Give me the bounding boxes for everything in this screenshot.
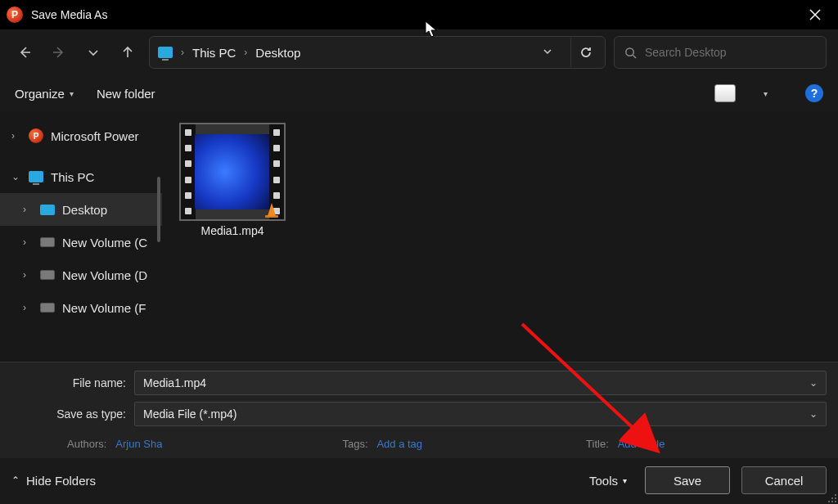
file-name: Media1.mp4 — [200, 224, 264, 237]
address-dropdown[interactable] — [536, 45, 559, 60]
organize-menu[interactable]: Organize ▾ — [15, 87, 74, 101]
authors-label: Authors: — [67, 438, 106, 450]
back-button[interactable] — [11, 39, 38, 65]
address-bar[interactable]: › This PC › Desktop — [149, 36, 606, 69]
hide-folders-toggle[interactable]: ⌃ Hide Folders — [11, 474, 96, 488]
cancel-button[interactable]: Cancel — [741, 466, 827, 494]
arrow-left-icon — [18, 46, 31, 59]
forward-button[interactable] — [46, 39, 72, 65]
expand-icon[interactable]: › — [23, 302, 33, 313]
file-thumbnail — [179, 123, 286, 221]
search-icon — [624, 47, 637, 59]
filename-label: File name: — [11, 376, 126, 389]
svg-point-0 — [626, 47, 633, 55]
filename-input[interactable]: Media1.mp4 ⌄ — [134, 371, 827, 395]
powerpoint-icon: P — [7, 7, 23, 23]
drive-icon — [40, 303, 55, 313]
recent-locations-button[interactable] — [80, 39, 106, 65]
tags-value[interactable]: Add a tag — [376, 438, 422, 450]
toolbar: Organize ▾ New folder ▾ ? — [0, 75, 838, 111]
sidebar-item-powerpoint[interactable]: › P Microsoft Power — [0, 119, 162, 152]
close-button[interactable] — [797, 0, 833, 29]
chevron-down-icon: ▾ — [70, 89, 74, 98]
chevron-down-icon — [87, 46, 100, 59]
savetype-value: Media File (*.mp4) — [143, 407, 237, 421]
expand-icon[interactable]: › — [23, 236, 33, 248]
chevron-up-icon: ⌃ — [11, 475, 20, 486]
resize-grip[interactable] — [827, 493, 838, 504]
sidebar-item-label: New Volume (C — [62, 236, 147, 250]
breadcrumb-root[interactable]: This PC — [192, 46, 236, 60]
chevron-right-icon: › — [244, 47, 247, 58]
sidebar-item-label: This PC — [51, 170, 94, 184]
search-box[interactable] — [614, 36, 827, 69]
sidebar-item-label: New Volume (D — [62, 268, 147, 282]
close-icon — [809, 9, 821, 20]
save-panel: File name: Media1.mp4 ⌄ Save as type: Me… — [0, 362, 838, 458]
chevron-down-icon[interactable]: ⌄ — [809, 377, 818, 389]
drive-icon — [40, 237, 55, 247]
arrow-up-icon — [121, 46, 134, 59]
up-button[interactable] — [115, 39, 141, 65]
tools-menu[interactable]: Tools ▾ — [589, 474, 627, 488]
expand-icon[interactable]: › — [11, 130, 21, 142]
search-input[interactable] — [645, 46, 816, 59]
drive-icon — [40, 270, 55, 280]
window-title: Save Media As — [31, 8, 107, 21]
sidebar-item-volume-c[interactable]: › New Volume (C — [0, 226, 162, 259]
help-button[interactable]: ? — [805, 84, 823, 102]
file-list[interactable]: Media1.mp4 — [162, 111, 838, 362]
arrow-right-icon — [52, 46, 65, 59]
chevron-right-icon: › — [181, 47, 184, 58]
sidebar-item-desktop[interactable]: › Desktop — [0, 193, 162, 226]
savetype-select[interactable]: Media File (*.mp4) ⌄ — [134, 402, 827, 426]
filename-value: Media1.mp4 — [143, 376, 206, 389]
savetype-label: Save as type: — [11, 407, 126, 421]
expand-icon[interactable]: › — [23, 204, 33, 215]
pc-icon — [158, 47, 173, 58]
chevron-down-icon: ▾ — [623, 476, 627, 485]
tools-label: Tools — [589, 474, 618, 488]
vlc-overlay-icon — [263, 200, 281, 218]
title-label: Title: — [586, 438, 609, 450]
sidebar-item-volume-d[interactable]: › New Volume (D — [0, 259, 162, 291]
expand-icon[interactable]: › — [23, 269, 33, 281]
chevron-down-icon[interactable]: ⌄ — [809, 408, 818, 420]
new-folder-button[interactable]: New folder — [97, 87, 155, 101]
save-button[interactable]: Save — [645, 466, 730, 494]
chevron-down-icon — [543, 47, 552, 56]
view-mode-dropdown[interactable]: ▾ — [764, 89, 768, 98]
title-bar: P Save Media As — [0, 0, 838, 29]
authors-value[interactable]: Arjun Sha — [115, 438, 162, 450]
title-value[interactable]: Add a title — [618, 438, 665, 450]
pc-icon — [29, 171, 43, 182]
sidebar-item-label: Desktop — [62, 203, 107, 217]
navigation-pane: › P Microsoft Power ⌄ This PC › Desktop … — [0, 111, 162, 362]
sidebar-item-label: Microsoft Power — [51, 129, 139, 143]
sidebar-item-volume-f[interactable]: › New Volume (F — [0, 291, 162, 324]
sidebar-item-label: New Volume (F — [62, 301, 146, 315]
desktop-icon — [40, 205, 55, 215]
hide-folders-label: Hide Folders — [26, 474, 96, 488]
refresh-icon — [579, 46, 592, 59]
breadcrumb-current[interactable]: Desktop — [255, 46, 300, 60]
organize-label: Organize — [15, 87, 65, 101]
tags-label: Tags: — [342, 438, 367, 450]
dialog-footer: ⌃ Hide Folders Tools ▾ Save Cancel — [0, 458, 838, 504]
file-item[interactable]: Media1.mp4 — [177, 123, 288, 237]
nav-row: › This PC › Desktop — [0, 29, 838, 75]
powerpoint-icon: P — [29, 128, 43, 143]
metadata-row: Authors: Arjun Sha Tags: Add a tag Title… — [11, 433, 827, 452]
collapse-icon[interactable]: ⌄ — [11, 171, 21, 182]
view-mode-button[interactable] — [714, 84, 736, 102]
sidebar-item-this-pc[interactable]: ⌄ This PC — [0, 160, 162, 193]
refresh-button[interactable] — [570, 38, 600, 67]
scrollbar-thumb[interactable] — [157, 177, 160, 242]
